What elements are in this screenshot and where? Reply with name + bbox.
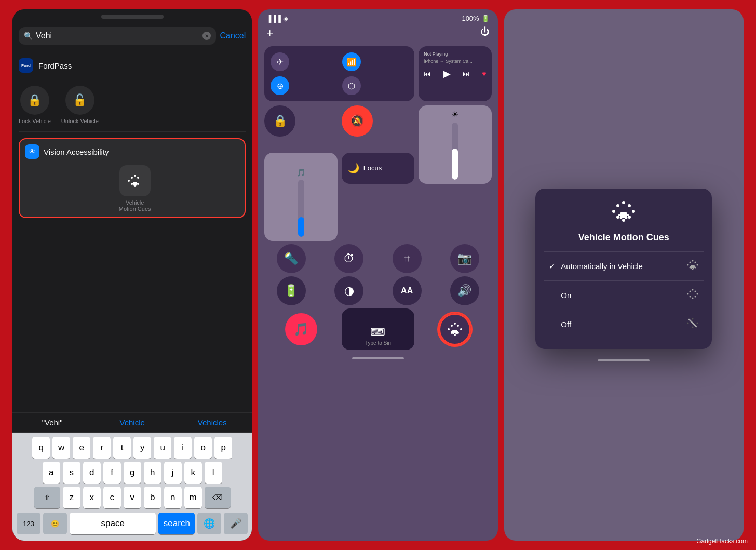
- cancel-button[interactable]: Cancel: [220, 31, 246, 41]
- svg-rect-44: [690, 266, 695, 267]
- vmc-option-auto[interactable]: ✓ Automatically in Vehicle: [544, 251, 704, 280]
- battery-percent: 100%: [462, 15, 479, 22]
- key-m[interactable]: m: [184, 487, 202, 508]
- key-w[interactable]: w: [52, 437, 70, 459]
- phone-notch: [101, 15, 164, 19]
- vmc-item[interactable]: VehicleMotion Cues: [30, 165, 239, 212]
- key-e[interactable]: e: [73, 437, 90, 459]
- key-r[interactable]: r: [93, 437, 111, 459]
- key-backspace[interactable]: ⌫: [205, 487, 231, 508]
- clear-button[interactable]: ✕: [203, 32, 211, 40]
- key-g[interactable]: g: [124, 462, 141, 484]
- fordpass-row[interactable]: Ford FordPass: [19, 53, 246, 78]
- fordpass-label: FordPass: [38, 61, 72, 70]
- brightness-icon: ☀: [451, 110, 458, 119]
- svg-point-59: [692, 327, 694, 328]
- text-size-button[interactable]: AA: [393, 276, 422, 305]
- search-input-wrapper[interactable]: 🔍 Vehi ✕: [19, 27, 216, 45]
- airplane-btn[interactable]: ✈: [271, 52, 336, 71]
- key-v[interactable]: v: [124, 487, 141, 508]
- key-u[interactable]: u: [154, 437, 171, 459]
- key-y[interactable]: y: [133, 437, 151, 459]
- play-button[interactable]: ▶: [443, 68, 451, 79]
- svg-point-53: [695, 296, 696, 298]
- key-i[interactable]: i: [174, 437, 192, 459]
- flashlight-button[interactable]: 🔦: [277, 244, 306, 273]
- svg-point-24: [616, 204, 619, 207]
- control-center-panel: ▐▐▐ ◈ 100% 🔋 + ⏻ ✈ 📶 ⊕: [258, 9, 497, 541]
- key-p[interactable]: p: [214, 437, 232, 459]
- brightness-slider[interactable]: ☀: [419, 105, 491, 184]
- svg-rect-8: [132, 183, 138, 184]
- prev-track-button[interactable]: ⏮: [424, 70, 431, 78]
- key-q[interactable]: q: [32, 437, 50, 459]
- key-mic[interactable]: 🎤: [224, 513, 248, 534]
- key-123[interactable]: 123: [17, 513, 40, 534]
- svg-point-14: [454, 323, 456, 325]
- wifi-calling-btn[interactable]: 📶: [342, 52, 408, 71]
- key-k[interactable]: k: [184, 462, 202, 484]
- vmc-option-off[interactable]: ✓ Off: [544, 310, 704, 339]
- music-button[interactable]: 🎵: [285, 313, 317, 345]
- vmc-popup-panel: Vehicle Motion Cues ✓ Automatically in V…: [504, 9, 744, 541]
- rotation-lock-button[interactable]: 🔒: [264, 105, 295, 137]
- key-h[interactable]: h: [144, 462, 161, 484]
- svg-point-56: [687, 323, 689, 324]
- svg-point-0: [128, 180, 130, 182]
- key-b[interactable]: b: [144, 487, 161, 508]
- add-button[interactable]: +: [266, 26, 273, 40]
- key-globe[interactable]: 🌐: [197, 513, 221, 534]
- wifi-btn[interactable]: ⊕: [271, 76, 336, 95]
- sound-recognition-button[interactable]: 🔊: [450, 276, 479, 305]
- key-d[interactable]: d: [83, 462, 101, 484]
- search-button[interactable]: search: [158, 513, 195, 534]
- vmc-control-button[interactable]: [439, 313, 471, 345]
- next-track-button[interactable]: ⏭: [463, 70, 470, 78]
- suggestion-vehicles[interactable]: Vehicles: [172, 413, 252, 432]
- vmc-option-on-left: ✓ On: [549, 290, 571, 300]
- camera-button[interactable]: 📷: [450, 244, 479, 273]
- search-input[interactable]: Vehi: [36, 31, 199, 41]
- unlock-vehicle-item[interactable]: 🔓 Unlock Vehicle: [61, 86, 99, 124]
- key-f[interactable]: f: [103, 462, 121, 484]
- bluetooth-btn[interactable]: ⬡: [342, 76, 408, 95]
- key-x[interactable]: x: [83, 487, 101, 508]
- key-z[interactable]: z: [63, 487, 80, 508]
- vmc-option-on[interactable]: ✓ On: [544, 280, 704, 310]
- svg-point-45: [691, 267, 692, 269]
- key-t[interactable]: t: [113, 437, 131, 459]
- key-n[interactable]: n: [164, 487, 182, 508]
- keyboard-row-3: ⇧ z x c v b n m ⌫: [15, 487, 250, 508]
- svg-point-15: [454, 334, 456, 336]
- unlock-vehicle-label: Unlock Vehicle: [61, 118, 99, 124]
- key-j[interactable]: j: [164, 462, 182, 484]
- key-c[interactable]: c: [103, 487, 121, 508]
- key-emoji[interactable]: 😊: [43, 513, 67, 534]
- focus-button[interactable]: 🌙 Focus: [342, 153, 414, 184]
- svg-point-40: [695, 262, 696, 263]
- battery-status-button[interactable]: 🔋: [277, 276, 306, 305]
- display-button[interactable]: ◑: [334, 276, 363, 305]
- key-l[interactable]: l: [205, 462, 222, 484]
- svg-point-4: [134, 185, 136, 187]
- key-shift[interactable]: ⇧: [34, 487, 60, 508]
- svg-rect-20: [451, 331, 458, 332]
- key-o[interactable]: o: [194, 437, 212, 459]
- suggestion-vehi[interactable]: "Vehi": [12, 413, 92, 432]
- power-button[interactable]: ⏻: [480, 26, 490, 40]
- calculator-button[interactable]: ⌗: [393, 244, 422, 273]
- type-to-siri-button[interactable]: ⌨ Type to Siri: [342, 308, 414, 350]
- keyboard-row-2: a s d f g h j k l: [15, 462, 250, 484]
- key-a[interactable]: a: [43, 462, 60, 484]
- volume-slider[interactable]: 🎵: [264, 153, 337, 242]
- key-space[interactable]: space: [70, 513, 156, 534]
- mute-button[interactable]: 🔕: [342, 105, 373, 137]
- vmc-option-auto-left: ✓ Automatically in Vehicle: [549, 261, 643, 271]
- lock-vehicle-item[interactable]: 🔒 Lock Vehicle: [19, 86, 51, 124]
- timer-button[interactable]: ⏱: [334, 244, 363, 273]
- heart-icon: ♥: [482, 70, 486, 78]
- svg-point-58: [697, 323, 698, 324]
- suggestion-vehicle[interactable]: Vehicle: [92, 413, 172, 432]
- key-s[interactable]: s: [63, 462, 80, 484]
- search-bar: 🔍 Vehi ✕ Cancel: [12, 23, 252, 49]
